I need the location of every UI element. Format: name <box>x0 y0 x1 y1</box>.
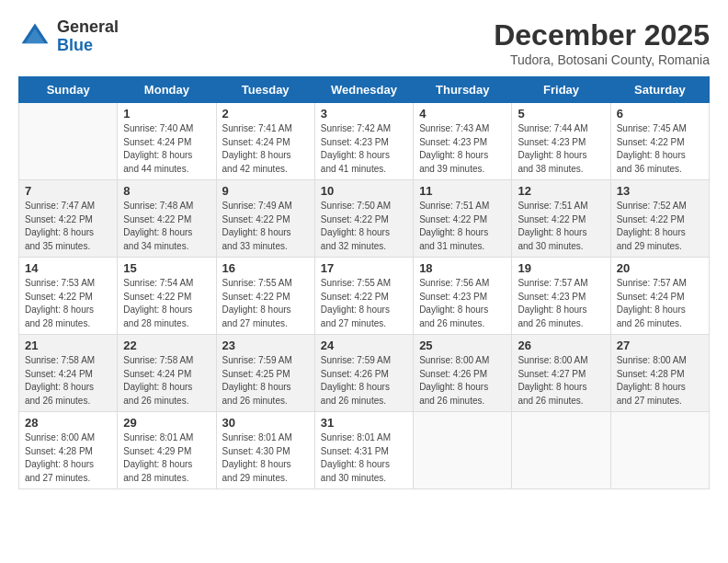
day-number: 7 <box>25 184 111 198</box>
calendar-cell: 30Sunrise: 8:01 AMSunset: 4:30 PMDayligh… <box>216 412 314 489</box>
calendar-cell: 16Sunrise: 7:55 AMSunset: 4:22 PMDayligh… <box>216 258 314 335</box>
calendar-title: December 2025 <box>494 18 710 52</box>
day-info: Sunrise: 7:58 AMSunset: 4:24 PMDaylight:… <box>123 354 210 408</box>
calendar-header-thursday: Thursday <box>414 77 512 103</box>
day-number: 27 <box>617 339 703 352</box>
day-number: 13 <box>617 184 703 198</box>
day-number: 30 <box>222 416 309 430</box>
day-number: 4 <box>419 107 506 121</box>
calendar-cell: 28Sunrise: 8:00 AMSunset: 4:28 PMDayligh… <box>19 412 118 489</box>
calendar-cell: 13Sunrise: 7:52 AMSunset: 4:22 PMDayligh… <box>610 180 709 258</box>
day-info: Sunrise: 8:00 AMSunset: 4:28 PMDaylight:… <box>25 431 111 485</box>
calendar-cell: 17Sunrise: 7:55 AMSunset: 4:22 PMDayligh… <box>314 258 413 335</box>
calendar-cell <box>610 412 709 489</box>
calendar-cell: 10Sunrise: 7:50 AMSunset: 4:22 PMDayligh… <box>314 180 413 258</box>
day-number: 31 <box>321 416 407 430</box>
calendar-cell: 29Sunrise: 8:01 AMSunset: 4:29 PMDayligh… <box>118 412 216 489</box>
day-info: Sunrise: 7:42 AMSunset: 4:23 PMDaylight:… <box>321 122 407 176</box>
calendar-cell: 26Sunrise: 8:00 AMSunset: 4:27 PMDayligh… <box>512 335 610 412</box>
day-info: Sunrise: 7:55 AMSunset: 4:22 PMDaylight:… <box>222 277 309 330</box>
day-number: 8 <box>123 184 210 198</box>
day-info: Sunrise: 7:48 AMSunset: 4:22 PMDaylight:… <box>123 200 210 253</box>
logo-general-text: General <box>57 18 119 37</box>
calendar-cell <box>512 412 610 489</box>
calendar-cell: 23Sunrise: 7:59 AMSunset: 4:25 PMDayligh… <box>216 335 314 412</box>
calendar-cell: 15Sunrise: 7:54 AMSunset: 4:22 PMDayligh… <box>118 258 216 335</box>
calendar-header-friday: Friday <box>512 77 610 103</box>
day-info: Sunrise: 7:52 AMSunset: 4:22 PMDaylight:… <box>617 200 703 253</box>
day-info: Sunrise: 7:53 AMSunset: 4:22 PMDaylight:… <box>25 277 111 330</box>
day-number: 12 <box>518 184 604 198</box>
calendar-header-row: SundayMondayTuesdayWednesdayThursdayFrid… <box>19 77 710 103</box>
calendar-week-row: 14Sunrise: 7:53 AMSunset: 4:22 PMDayligh… <box>19 258 710 335</box>
calendar-body: 1Sunrise: 7:40 AMSunset: 4:24 PMDaylight… <box>19 103 710 489</box>
day-number: 16 <box>222 261 309 275</box>
calendar-week-row: 21Sunrise: 7:58 AMSunset: 4:24 PMDayligh… <box>19 335 710 412</box>
calendar-header-saturday: Saturday <box>610 77 709 103</box>
calendar-week-row: 28Sunrise: 8:00 AMSunset: 4:28 PMDayligh… <box>19 412 710 489</box>
title-area: December 2025 Tudora, Botosani County, R… <box>494 18 710 67</box>
day-info: Sunrise: 8:00 AMSunset: 4:28 PMDaylight:… <box>617 354 703 408</box>
calendar-cell: 24Sunrise: 7:59 AMSunset: 4:26 PMDayligh… <box>314 335 413 412</box>
calendar-cell: 27Sunrise: 8:00 AMSunset: 4:28 PMDayligh… <box>610 335 709 412</box>
day-number: 23 <box>222 339 309 352</box>
day-info: Sunrise: 7:44 AMSunset: 4:23 PMDaylight:… <box>518 122 604 176</box>
day-info: Sunrise: 7:49 AMSunset: 4:22 PMDaylight:… <box>222 200 309 253</box>
day-number: 20 <box>617 261 703 275</box>
day-info: Sunrise: 8:01 AMSunset: 4:29 PMDaylight:… <box>123 431 210 485</box>
calendar-cell: 20Sunrise: 7:57 AMSunset: 4:24 PMDayligh… <box>610 258 709 335</box>
calendar-cell: 31Sunrise: 8:01 AMSunset: 4:31 PMDayligh… <box>314 412 413 489</box>
calendar-header-sunday: Sunday <box>19 77 118 103</box>
day-info: Sunrise: 8:00 AMSunset: 4:27 PMDaylight:… <box>518 354 604 408</box>
day-number: 5 <box>518 107 604 121</box>
calendar-cell <box>414 412 512 489</box>
calendar-cell <box>19 103 118 180</box>
day-info: Sunrise: 7:54 AMSunset: 4:22 PMDaylight:… <box>123 277 210 330</box>
calendar-cell: 18Sunrise: 7:56 AMSunset: 4:23 PMDayligh… <box>414 258 512 335</box>
day-number: 17 <box>321 261 407 275</box>
day-number: 25 <box>419 339 506 352</box>
calendar-cell: 5Sunrise: 7:44 AMSunset: 4:23 PMDaylight… <box>512 103 610 180</box>
day-info: Sunrise: 7:51 AMSunset: 4:22 PMDaylight:… <box>518 200 604 253</box>
calendar-cell: 4Sunrise: 7:43 AMSunset: 4:23 PMDaylight… <box>414 103 512 180</box>
day-info: Sunrise: 7:59 AMSunset: 4:25 PMDaylight:… <box>222 354 309 408</box>
day-number: 6 <box>617 107 703 121</box>
day-number: 26 <box>518 339 604 352</box>
header: General Blue December 2025 Tudora, Botos… <box>18 18 710 67</box>
day-info: Sunrise: 7:55 AMSunset: 4:22 PMDaylight:… <box>321 277 407 330</box>
day-info: Sunrise: 7:59 AMSunset: 4:26 PMDaylight:… <box>321 354 407 408</box>
day-info: Sunrise: 7:45 AMSunset: 4:22 PMDaylight:… <box>617 122 703 176</box>
day-info: Sunrise: 7:56 AMSunset: 4:23 PMDaylight:… <box>419 277 506 330</box>
day-number: 3 <box>321 107 407 121</box>
day-number: 18 <box>419 261 506 275</box>
day-info: Sunrise: 7:51 AMSunset: 4:22 PMDaylight:… <box>419 200 506 253</box>
calendar-cell: 1Sunrise: 7:40 AMSunset: 4:24 PMDaylight… <box>118 103 216 180</box>
calendar-header-tuesday: Tuesday <box>216 77 314 103</box>
day-number: 22 <box>123 339 210 352</box>
calendar-table: SundayMondayTuesdayWednesdayThursdayFrid… <box>18 76 710 489</box>
calendar-cell: 22Sunrise: 7:58 AMSunset: 4:24 PMDayligh… <box>118 335 216 412</box>
calendar-cell: 12Sunrise: 7:51 AMSunset: 4:22 PMDayligh… <box>512 180 610 258</box>
day-number: 24 <box>321 339 407 352</box>
logo: General Blue <box>18 18 119 55</box>
calendar-header-wednesday: Wednesday <box>314 77 413 103</box>
calendar-week-row: 7Sunrise: 7:47 AMSunset: 4:22 PMDaylight… <box>19 180 710 258</box>
day-number: 10 <box>321 184 407 198</box>
calendar-cell: 14Sunrise: 7:53 AMSunset: 4:22 PMDayligh… <box>19 258 118 335</box>
calendar-cell: 19Sunrise: 7:57 AMSunset: 4:23 PMDayligh… <box>512 258 610 335</box>
day-info: Sunrise: 7:41 AMSunset: 4:24 PMDaylight:… <box>222 122 309 176</box>
day-number: 14 <box>25 261 111 275</box>
day-number: 29 <box>123 416 210 430</box>
day-number: 19 <box>518 261 604 275</box>
day-info: Sunrise: 7:57 AMSunset: 4:23 PMDaylight:… <box>518 277 604 330</box>
day-number: 11 <box>419 184 506 198</box>
day-info: Sunrise: 7:43 AMSunset: 4:23 PMDaylight:… <box>419 122 506 176</box>
calendar-cell: 6Sunrise: 7:45 AMSunset: 4:22 PMDaylight… <box>610 103 709 180</box>
day-number: 9 <box>222 184 309 198</box>
calendar-header-monday: Monday <box>118 77 216 103</box>
calendar-cell: 11Sunrise: 7:51 AMSunset: 4:22 PMDayligh… <box>414 180 512 258</box>
day-info: Sunrise: 7:47 AMSunset: 4:22 PMDaylight:… <box>25 200 111 253</box>
day-number: 28 <box>25 416 111 430</box>
calendar-week-row: 1Sunrise: 7:40 AMSunset: 4:24 PMDaylight… <box>19 103 710 180</box>
day-info: Sunrise: 7:50 AMSunset: 4:22 PMDaylight:… <box>321 200 407 253</box>
